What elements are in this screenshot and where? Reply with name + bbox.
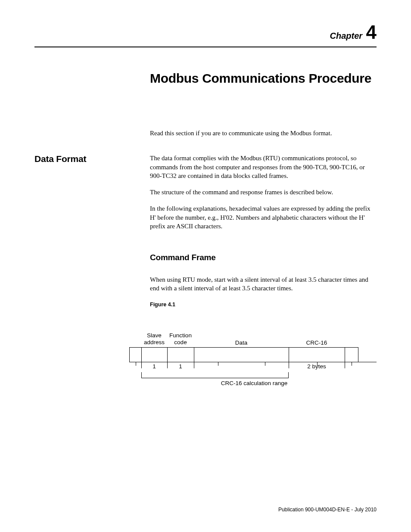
body-paragraph: The data format complies with the Modbus… xyxy=(150,154,377,180)
label-slave-bytes: 1 xyxy=(141,363,167,370)
diagram-bottom-labels: 1 1 2 bytes xyxy=(129,363,377,370)
frame-diagram: Slave address Function code Data CRC-16 xyxy=(129,332,377,383)
crc-range-bracket xyxy=(141,372,289,378)
chapter-title: Modbus Communications Procedure xyxy=(150,71,377,86)
label-data: Data xyxy=(194,339,289,346)
label-slave-address: Slave address xyxy=(141,332,167,346)
body-paragraph: In the following explanations, hexadecim… xyxy=(150,204,377,230)
box-silent-right xyxy=(345,347,358,362)
crc-range-label: CRC-16 calculation range xyxy=(194,380,314,386)
label-crc16: CRC-16 xyxy=(289,339,345,346)
chapter-header: Chapter 4 xyxy=(34,22,377,43)
box-silent-left xyxy=(129,347,141,362)
publication-footer: Publication 900-UM004D-EN-E - July 2010 xyxy=(278,507,377,513)
label-function-code: Function code xyxy=(167,332,194,346)
box-data xyxy=(194,347,289,362)
subsection-heading-command-frame: Command Frame xyxy=(150,252,377,263)
box-func xyxy=(167,347,194,362)
chapter-number: 4 xyxy=(366,22,377,43)
frame-boxes xyxy=(129,347,377,362)
box-slave xyxy=(141,347,167,362)
section-heading-data-format: Data Format xyxy=(34,154,150,164)
chapter-label: Chapter xyxy=(330,31,362,40)
figure-label: Figure 4.1 xyxy=(150,301,377,308)
body-paragraph: When using RTU mode, start with a silent… xyxy=(150,275,377,293)
chapter-rule xyxy=(34,47,377,47)
diagram-top-labels: Slave address Function code Data CRC-16 xyxy=(129,332,377,346)
intro-paragraph: Read this section if you are to communic… xyxy=(150,129,377,137)
crc-range: CRC-16 calculation range xyxy=(129,372,377,383)
label-function-bytes: 1 xyxy=(167,363,194,370)
box-crc xyxy=(289,347,345,362)
body-paragraph: The structure of the command and respons… xyxy=(150,188,377,196)
